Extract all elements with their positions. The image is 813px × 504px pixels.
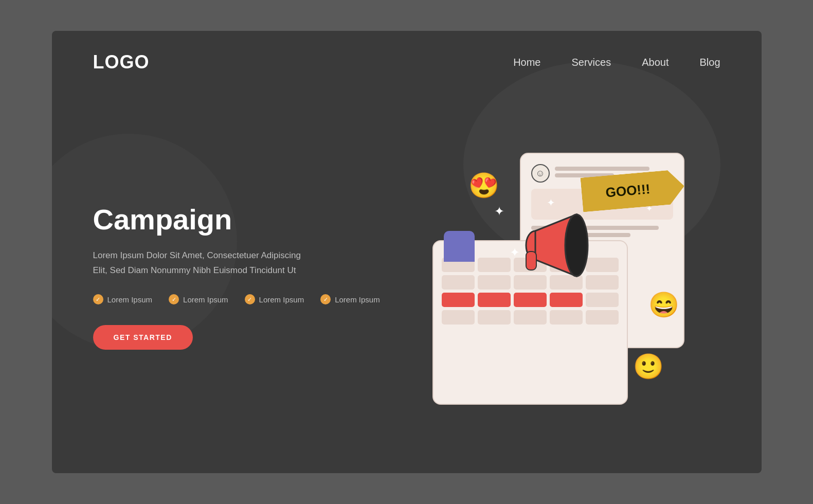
get-started-button[interactable]: GET STARTED — [93, 325, 193, 350]
checklist: ✓ Lorem Ipsum ✓ Lorem Ipsum ✓ Lorem Ipsu… — [93, 294, 402, 304]
logo: LOGO — [93, 51, 150, 73]
check-item-3: ✓ Lorem Ipsum — [245, 294, 304, 304]
cal-cell-highlighted — [550, 293, 583, 307]
emoji-laugh: 😄 — [648, 293, 679, 317]
check-item-1: ✓ Lorem Ipsum — [93, 294, 153, 304]
avatar: ☺ — [531, 164, 550, 183]
nav-about[interactable]: About — [642, 57, 669, 68]
calendar-header — [444, 231, 475, 262]
nav-services[interactable]: Services — [572, 57, 611, 68]
header: LOGO Home Services About Blog — [52, 31, 762, 88]
cal-cell-highlighted — [514, 293, 547, 307]
sparkle-icon-1: ✦ — [494, 204, 504, 219]
illustration-container: ☺ ✦ ✦ ✦ — [427, 142, 695, 410]
cal-cell-highlighted — [478, 293, 511, 307]
sparkle-icon-2: ✦ — [510, 245, 520, 260]
nav-blog[interactable]: Blog — [699, 57, 720, 68]
cal-cell — [586, 310, 619, 325]
svg-point-1 — [565, 214, 588, 276]
hero-title: Campaign — [93, 203, 402, 236]
page-wrapper: LOGO Home Services About Blog Campaign L… — [52, 31, 762, 473]
cal-cell — [550, 310, 583, 325]
cal-cell-highlighted — [442, 293, 475, 307]
cal-cell — [442, 275, 475, 290]
nav-home[interactable]: Home — [513, 57, 540, 68]
right-illustration: ☺ ✦ ✦ ✦ — [402, 127, 720, 425]
emoji-smile: 🙂 — [633, 354, 664, 379]
check-item-2: ✓ Lorem Ipsum — [169, 294, 228, 304]
user-icon: ☺ — [535, 168, 545, 179]
check-icon-3: ✓ — [245, 294, 255, 304]
cal-cell — [442, 310, 475, 325]
left-content: Campaign Lorem Ipsum Dolor Sit Amet, Con… — [93, 203, 402, 350]
svg-rect-2 — [526, 251, 536, 270]
check-icon-2: ✓ — [169, 294, 179, 304]
navigation: Home Services About Blog — [513, 57, 720, 68]
cal-cell — [478, 310, 511, 325]
check-icon-1: ✓ — [93, 294, 103, 304]
check-icon-4: ✓ — [320, 294, 331, 304]
main-content: Campaign Lorem Ipsum Dolor Sit Amet, Con… — [52, 88, 762, 464]
emoji-heart: 😍 — [468, 173, 499, 198]
text-line-long — [555, 167, 649, 171]
cal-cell — [514, 310, 547, 325]
cal-cell — [586, 293, 619, 307]
hero-description: Lorem Ipsum Dolor Sit Amet, Consectetuer… — [93, 248, 340, 278]
check-item-4: ✓ Lorem Ipsum — [320, 294, 380, 304]
